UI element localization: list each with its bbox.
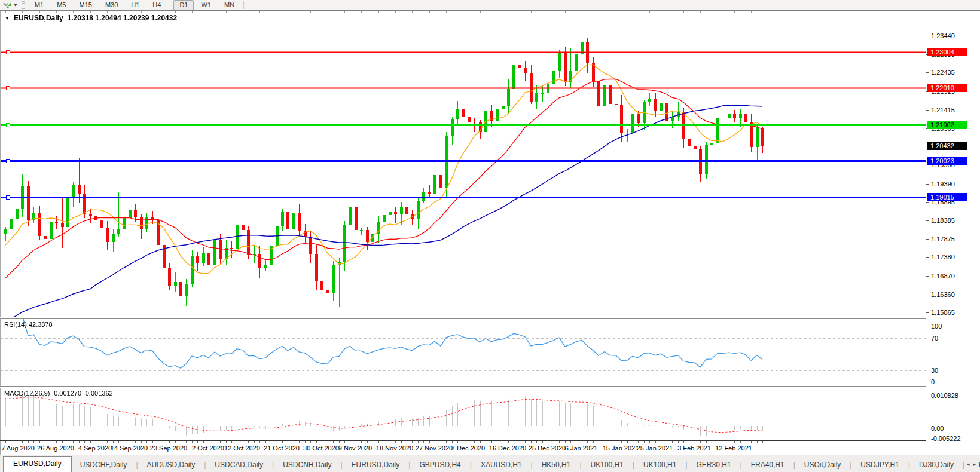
chart-tab-audusd-daily[interactable]: AUDUSD,Daily bbox=[139, 458, 204, 472]
date-axis-label: 7 Dec 2020 bbox=[451, 445, 485, 452]
chart-tab-usoil-daily[interactable]: USOil,Daily bbox=[796, 458, 849, 472]
price-axis-label: 1.18385 bbox=[931, 217, 955, 224]
rsi-indicator-label: RSI(14) 42.3878 bbox=[4, 321, 53, 328]
price-tag-1-21002[interactable]: 1.21002 bbox=[927, 121, 967, 129]
tool-dropdown-caret-icon[interactable]: ▼ bbox=[13, 2, 18, 8]
date-axis-label: 27 Nov 2020 bbox=[416, 445, 453, 452]
price-axis-label: 1.17380 bbox=[931, 253, 955, 260]
mt4-window: ▼ M1M5M15M30H1H4D1W1MN ▼ EURUSD,Daily 1.… bbox=[0, 0, 980, 472]
price-tag-1-22010[interactable]: 1.22010 bbox=[927, 84, 967, 92]
price-tag-1-23004[interactable]: 1.23004 bbox=[927, 48, 967, 56]
price-axis-tick bbox=[926, 239, 929, 240]
chart-tab-bar: EURUSD,DailyUSDCHF,Daily|AUDUSD,Daily|US… bbox=[0, 455, 980, 472]
toolbar-separator bbox=[243, 1, 244, 9]
price-axis-label: 1.16360 bbox=[931, 291, 955, 298]
date-axis-line bbox=[0, 440, 926, 441]
date-axis-label: 12 Oct 2020 bbox=[224, 445, 260, 452]
timeframe-toolbar: M1M5M15M30H1H4D1W1MN bbox=[28, 0, 246, 10]
date-axis-label: 25 Dec 2020 bbox=[529, 445, 566, 452]
price-axis-label: 1.19390 bbox=[931, 180, 955, 188]
price-tag-1-20432[interactable]: 1.20432 bbox=[927, 142, 967, 150]
price-tag-1-19015[interactable]: 1.19015 bbox=[927, 193, 967, 201]
timeframe-button-m30[interactable]: M30 bbox=[99, 0, 124, 10]
price-axis-tick bbox=[926, 295, 929, 295]
date-axis-label: 16 Dec 2020 bbox=[489, 445, 526, 452]
chart-tab-uk100-h1[interactable]: UK100,H1 bbox=[635, 458, 685, 472]
chart-window: ▼ EURUSD,Daily 1.20318 1.20494 1.20239 1… bbox=[0, 10, 980, 455]
chart-tab-eurusd-daily[interactable]: EURUSD,Daily bbox=[3, 456, 72, 472]
price-tag-1-20023[interactable]: 1.20023 bbox=[927, 157, 967, 165]
price-axis-label: 1.23440 bbox=[931, 32, 955, 39]
price-axis-label: 1.15865 bbox=[931, 309, 955, 316]
price-axis-tick bbox=[926, 165, 929, 165]
macd-axis-label: 0.00 bbox=[931, 425, 944, 432]
hline-handle[interactable] bbox=[6, 50, 10, 54]
price-axis-tick bbox=[926, 257, 929, 258]
hline-handle[interactable] bbox=[6, 159, 10, 163]
timeframe-button-m5[interactable]: M5 bbox=[51, 0, 72, 10]
pane-separator-rsi[interactable] bbox=[0, 317, 926, 319]
price-axis-tick bbox=[926, 202, 929, 203]
tab-scroll-right-icon[interactable]: ▸ bbox=[973, 461, 976, 467]
chart-tab-fra40-h1[interactable]: FRA40,H1 bbox=[743, 458, 793, 472]
timeframe-button-m15[interactable]: M15 bbox=[73, 0, 97, 10]
rsi-axis-label: 70 bbox=[931, 335, 938, 342]
chart-tab-dj30-daily[interactable]: DJ30,Daily bbox=[911, 458, 962, 472]
price-chart-canvas[interactable] bbox=[1, 11, 926, 317]
rsi-axis-label: 100 bbox=[931, 323, 942, 330]
price-axis-tick bbox=[926, 312, 929, 313]
symbol-dropdown-icon[interactable]: ▼ bbox=[5, 16, 10, 21]
date-axis-label: 30 Oct 2020 bbox=[303, 445, 339, 452]
macd-axis-label: 0.010828 bbox=[931, 392, 958, 399]
chart-tab-usdcad-daily[interactable]: USDCAD,Daily bbox=[206, 458, 271, 472]
toolbar-grip[interactable] bbox=[22, 1, 25, 9]
toolbar-separator bbox=[170, 1, 170, 9]
date-axis-label: 25 Jan 2021 bbox=[637, 445, 673, 452]
price-axis-tick bbox=[926, 220, 929, 221]
rsi-chart-canvas[interactable] bbox=[1, 319, 926, 386]
date-axis-label: 17 Aug 2020 bbox=[0, 445, 35, 452]
date-axis-label: 4 Sep 2020 bbox=[78, 445, 112, 452]
price-axis-tick bbox=[926, 184, 929, 185]
date-axis-label: 3 Feb 2021 bbox=[677, 445, 711, 452]
chart-tab-xauusd-h1[interactable]: XAUUSD,H1 bbox=[472, 458, 530, 472]
chart-tab-uk100-h1[interactable]: UK100,H1 bbox=[582, 458, 632, 472]
hline-handle[interactable] bbox=[6, 195, 10, 200]
price-axis-tick bbox=[926, 276, 929, 277]
macd-chart-canvas[interactable] bbox=[1, 388, 926, 440]
timeframe-button-h1[interactable]: H1 bbox=[125, 0, 145, 10]
timeframe-button-w1[interactable]: W1 bbox=[195, 0, 217, 10]
date-axis-label: 12 Feb 2021 bbox=[715, 445, 752, 452]
toolbar: ▼ M1M5M15M30H1H4D1W1MN bbox=[0, 0, 980, 11]
price-axis-label: 1.17875 bbox=[931, 235, 955, 243]
price-axis-label: 1.21415 bbox=[931, 106, 955, 114]
date-axis-label: 15 Jan 2021 bbox=[603, 445, 639, 452]
rsi-axis-label: 30 bbox=[931, 367, 938, 374]
macd-axis-label: -0.005222 bbox=[931, 435, 961, 442]
chart-tab-usdcnh-daily[interactable]: USDCNH,Daily bbox=[274, 458, 340, 472]
price-axis-tick bbox=[926, 72, 929, 73]
chart-tab-gbpusd-h4[interactable]: GBPUSD,H4 bbox=[411, 458, 469, 472]
timeframe-button-h4[interactable]: H4 bbox=[146, 0, 167, 10]
chart-tab-ger30-h1[interactable]: GER30,H1 bbox=[688, 458, 740, 472]
price-axis-label: 1.16870 bbox=[931, 272, 955, 280]
rsi-axis-label: 0 bbox=[931, 378, 935, 385]
date-axis-label: 21 Oct 2020 bbox=[264, 445, 300, 452]
timeframe-button-m1[interactable]: M1 bbox=[29, 0, 50, 10]
date-axis-label: 9 Nov 2020 bbox=[338, 445, 372, 452]
pane-separator-macd[interactable] bbox=[0, 386, 926, 388]
chart-tab-hk50-h1[interactable]: HK50,H1 bbox=[533, 458, 579, 472]
chart-tab-eurusd-daily[interactable]: EURUSD,Daily bbox=[343, 458, 408, 472]
date-axis-label: 14 Sep 2020 bbox=[111, 445, 148, 452]
chart-tools-icon[interactable] bbox=[2, 1, 13, 10]
chart-tab-usdjpy-h1[interactable]: USDJPY,H1 bbox=[852, 458, 907, 472]
chart-title-ohlc: 1.20318 1.20494 1.20239 1.20432 bbox=[68, 14, 178, 22]
tab-scroll-left-icon[interactable]: ◂ bbox=[967, 461, 970, 467]
timeframe-button-mn[interactable]: MN bbox=[218, 0, 240, 10]
date-axis-label: 2 Oct 2020 bbox=[192, 445, 224, 452]
price-axis-label: 1.22435 bbox=[931, 69, 955, 76]
chart-tab-usdchf-daily[interactable]: USDCHF,Daily bbox=[72, 458, 136, 472]
timeframe-button-d1[interactable]: D1 bbox=[173, 0, 194, 10]
hline-handle[interactable] bbox=[6, 123, 10, 127]
hline-handle[interactable] bbox=[6, 86, 10, 90]
